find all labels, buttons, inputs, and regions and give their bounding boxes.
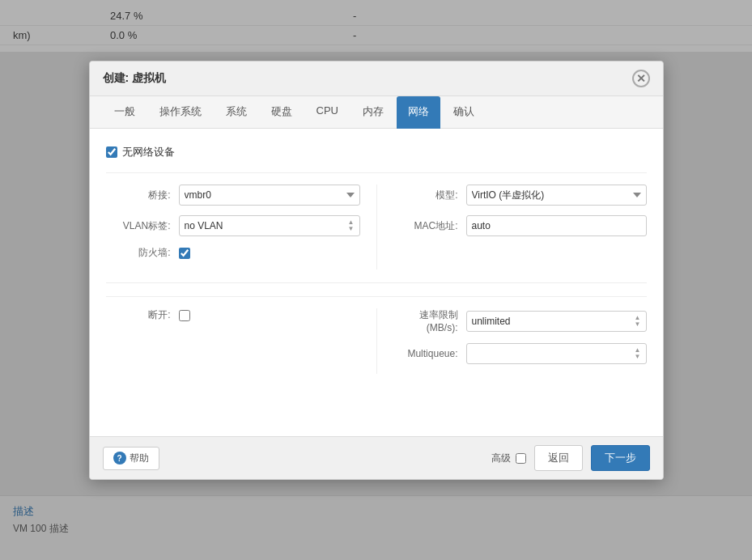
tab-confirm[interactable]: 确认 — [442, 96, 486, 129]
help-icon: ? — [113, 452, 126, 465]
firewall-label: 防火墙: — [106, 246, 179, 260]
tab-cpu[interactable]: CPU — [305, 96, 350, 129]
disconnect-row: 断开: — [106, 308, 360, 322]
vlan-arrows[interactable]: ▲ ▼ — [348, 217, 355, 235]
tab-bar: 一般 操作系统 系统 硬盘 CPU 内存 网络 确认 — [90, 96, 663, 129]
tab-os[interactable]: 操作系统 — [148, 96, 213, 129]
no-network-row: 无网络设备 — [106, 145, 647, 159]
advanced-row: 高级 — [491, 452, 526, 465]
left-col: 桥接: vmbr0 VLAN标签: no VLAN ▲ ▼ — [106, 185, 376, 269]
no-network-checkbox[interactable] — [106, 146, 117, 158]
no-network-label: 无网络设备 — [122, 145, 175, 159]
mac-row: MAC地址: — [393, 215, 647, 236]
bridge-select[interactable]: vmbr0 — [179, 185, 360, 206]
rate-label: 速率限制 (MB/s): — [393, 308, 466, 333]
multiqueue-spinner[interactable]: ▲ ▼ — [466, 343, 647, 364]
modal-header: 创建: 虚拟机 ✕ — [90, 62, 663, 96]
tab-memory[interactable]: 内存 — [351, 96, 395, 129]
vlan-down-arrow[interactable]: ▼ — [348, 226, 355, 232]
close-button[interactable]: ✕ — [632, 70, 650, 87]
tab-general[interactable]: 一般 — [103, 96, 147, 129]
close-icon: ✕ — [636, 72, 646, 85]
tab-system[interactable]: 系统 — [215, 96, 258, 129]
right-col-2: 速率限制 (MB/s): unlimited ▲ ▼ Multiqueue: — [376, 308, 647, 374]
tab-disk[interactable]: 硬盘 — [260, 96, 304, 129]
create-vm-modal: 创建: 虚拟机 ✕ 一般 操作系统 系统 硬盘 CPU 内存 网络 确认 无网络… — [89, 61, 664, 480]
modal-footer: ? 帮助 高级 返回 下一步 — [90, 436, 663, 479]
footer-left: ? 帮助 — [103, 447, 159, 470]
mac-input[interactable] — [466, 215, 647, 236]
help-button[interactable]: ? 帮助 — [103, 447, 159, 470]
network-form: 桥接: vmbr0 VLAN标签: no VLAN ▲ ▼ — [106, 172, 647, 269]
network-form-2: 断开: 速率限制 (MB/s): unlimited ▲ ▼ — [106, 296, 647, 374]
mac-label: MAC地址: — [393, 219, 466, 233]
multiqueue-row: Multiqueue: ▲ ▼ — [393, 343, 647, 364]
rate-down-arrow[interactable]: ▼ — [635, 321, 641, 328]
modal-title: 创建: 虚拟机 — [103, 71, 167, 86]
vlan-row: VLAN标签: no VLAN ▲ ▼ — [106, 215, 360, 236]
right-col: 模型: VirtIO (半虚拟化) MAC地址: — [376, 185, 647, 269]
vlan-value: no VLAN — [185, 220, 223, 231]
firewall-row: 防火墙: — [106, 246, 360, 260]
multiqueue-down-arrow[interactable]: ▼ — [635, 354, 641, 360]
advanced-label: 高级 — [491, 452, 511, 465]
next-button[interactable]: 下一步 — [591, 445, 650, 471]
help-label: 帮助 — [130, 452, 149, 465]
left-col-2: 断开: — [106, 308, 376, 374]
tab-network[interactable]: 网络 — [397, 96, 440, 129]
rate-arrows[interactable]: ▲ ▼ — [635, 312, 641, 330]
form-divider — [106, 282, 647, 283]
vlan-spinner[interactable]: no VLAN ▲ ▼ — [179, 215, 360, 236]
vlan-label: VLAN标签: — [106, 219, 179, 233]
back-button[interactable]: 返回 — [534, 445, 583, 471]
bridge-label: 桥接: — [106, 189, 179, 202]
rate-spinner[interactable]: unlimited ▲ ▼ — [466, 311, 647, 332]
disconnect-checkbox[interactable] — [179, 310, 190, 321]
disconnect-label: 断开: — [106, 308, 179, 322]
multiqueue-label: Multiqueue: — [393, 348, 466, 359]
rate-value: unlimited — [472, 316, 511, 327]
multiqueue-arrows[interactable]: ▲ ▼ — [635, 345, 641, 363]
model-select[interactable]: VirtIO (半虚拟化) — [466, 185, 647, 206]
bridge-row: 桥接: vmbr0 — [106, 185, 360, 206]
rate-row: 速率限制 (MB/s): unlimited ▲ ▼ — [393, 308, 647, 333]
footer-right: 高级 返回 下一步 — [491, 445, 650, 471]
modal-body: 无网络设备 桥接: vmbr0 VLAN标签: no VLAN ▲ — [90, 129, 663, 436]
model-row: 模型: VirtIO (半虚拟化) — [393, 185, 647, 206]
advanced-checkbox[interactable] — [516, 453, 526, 464]
firewall-checkbox[interactable] — [179, 248, 190, 259]
model-label: 模型: — [393, 189, 466, 202]
